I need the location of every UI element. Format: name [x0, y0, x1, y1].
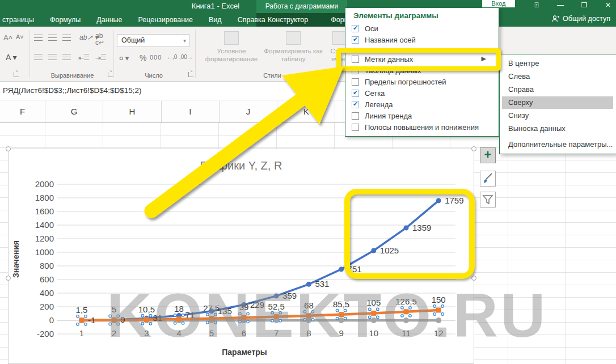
chart-styles-button[interactable]: [480, 171, 496, 187]
y-axis-tick-label: 1600: [19, 206, 54, 216]
accounting-format-icon[interactable]: ¤ ▾: [119, 54, 129, 62]
ribbon-tab-Вид[interactable]: Вид: [201, 16, 230, 24]
ribbon-tab-Конструктор[interactable]: Конструктор: [256, 16, 319, 24]
ribbon-tab-row: страницыФормулыДанныеРецензированиеВидСп…: [0, 13, 616, 27]
menu-item-label: Полосы повышения и понижения: [365, 123, 479, 132]
format-as-table-icon: [286, 31, 301, 45]
align-top-icon[interactable]: [34, 35, 43, 43]
ribbon-tab-страницы[interactable]: страницы: [0, 16, 42, 24]
watermark: KONEKTO.RU: [107, 279, 547, 351]
data-label[interactable]: -1: [88, 315, 95, 325]
ribbon-tab-Формулы[interactable]: Формулы: [42, 16, 88, 24]
align-left-icon[interactable]: [34, 54, 43, 62]
chart-elements-item[interactable]: Полосы повышения и понижения: [345, 121, 499, 133]
y-axis-tick-label: 600: [19, 274, 54, 284]
column-header-J[interactable]: J: [220, 101, 277, 122]
shrink-font-icon[interactable]: A˅: [16, 33, 24, 40]
chart-resize-handle[interactable]: [6, 146, 11, 151]
align-center-icon[interactable]: [48, 54, 57, 62]
chart-elements-button[interactable]: +: [480, 147, 496, 163]
font-group-dialog-launcher[interactable]: [14, 72, 19, 77]
checkbox-unchecked-icon[interactable]: [352, 124, 359, 131]
menu-item-label: Названия осей: [365, 36, 416, 44]
menu-item-label: Пределы погрешностей: [365, 78, 446, 86]
checkbox-checked-icon[interactable]: [352, 101, 359, 108]
number-group-label: Число: [117, 72, 191, 79]
comma-style-icon[interactable]: 000: [150, 54, 162, 61]
submenu-item[interactable]: Снизу: [502, 109, 613, 122]
data-labels-submenu: В центреСлеваСправаСверхуСнизуВыноска да…: [499, 54, 616, 154]
menu-item-label: Сетка: [365, 89, 385, 98]
increase-decimal-icon[interactable]: ←,0: [167, 54, 177, 60]
chart-elements-item[interactable]: Оси: [345, 23, 499, 34]
alignment-group-label: Выравнивание: [31, 72, 113, 79]
decrease-decimal-icon[interactable]: ,00→: [179, 54, 193, 60]
column-header-I[interactable]: I: [162, 101, 220, 122]
share-button[interactable]: Общий доступ: [551, 15, 610, 23]
styles-group-label: Стили: [227, 72, 318, 79]
chart-elements-item[interactable]: Линия тренда: [345, 110, 499, 121]
minimize-icon[interactable]: —: [556, 1, 565, 9]
x-axis-tick-label: 1: [70, 328, 93, 338]
align-bottom-icon[interactable]: [62, 35, 71, 43]
chart-elements-item[interactable]: Сетка: [345, 87, 499, 99]
restore-icon[interactable]: ❐: [580, 1, 589, 9]
y-axis-tick-label: 400: [19, 288, 54, 298]
submenu-item[interactable]: Выноска данных: [502, 122, 613, 135]
menu-item-label: Легенда: [365, 100, 393, 109]
submenu-item[interactable]: Дополнительные параметры...: [502, 138, 613, 151]
submenu-item[interactable]: Справа: [502, 83, 613, 96]
sign-in-button[interactable]: Вход: [482, 0, 515, 7]
checkbox-checked-icon[interactable]: [352, 25, 359, 32]
y-axis-tick-label: 200: [19, 302, 54, 311]
chart-elements-menu: Элементы диаграммы ОсиНазвания осейМетки…: [345, 7, 499, 137]
column-header-H[interactable]: H: [103, 101, 161, 122]
plus-icon: +: [480, 147, 495, 162]
data-label[interactable]: 1,5: [65, 305, 99, 315]
submenu-item[interactable]: В центре: [502, 57, 613, 70]
highlight-box-data-labels: [344, 189, 475, 279]
decrease-indent-icon[interactable]: ⇤: [78, 54, 89, 62]
menu-item-label: Оси: [365, 24, 378, 33]
chart-resize-handle[interactable]: [239, 146, 244, 151]
submenu-item[interactable]: Слева: [502, 70, 613, 83]
align-middle-icon[interactable]: [48, 35, 57, 43]
chart-elements-item[interactable]: Легенда: [345, 99, 499, 110]
y-axis-tick-label: 1400: [19, 220, 54, 230]
conditional-formatting-icon: [224, 31, 239, 45]
funnel-icon: [480, 192, 495, 207]
checkbox-unchecked-icon[interactable]: [352, 112, 359, 120]
close-icon[interactable]: ✕: [604, 1, 613, 9]
ribbon-display-options-icon[interactable]: ⍐: [532, 1, 541, 9]
formula-text: РЯД(Лист6!$D$3;;Лист6!$D$4:$D$15;2): [3, 86, 142, 95]
checkbox-unchecked-icon[interactable]: [352, 78, 359, 86]
number-format-dropdown[interactable]: Общий: [117, 34, 189, 47]
person-plus-icon: [551, 15, 559, 23]
alignment-dialog-launcher[interactable]: [108, 72, 113, 77]
column-header-F[interactable]: F: [0, 101, 45, 122]
column-header-G[interactable]: G: [45, 101, 103, 122]
highlight-box-menu-item: [336, 48, 501, 71]
chart-resize-handle[interactable]: [6, 276, 11, 281]
conditional-formatting-button[interactable]: Условное форматирование: [200, 31, 263, 64]
percent-style-icon[interactable]: %: [140, 53, 146, 62]
increase-indent-icon[interactable]: ⇥: [95, 54, 106, 62]
ribbon-tab-Рецензирование[interactable]: Рецензирование: [130, 16, 201, 24]
column-header-K[interactable]: K: [277, 101, 335, 122]
checkbox-checked-icon[interactable]: [352, 36, 359, 44]
chart-resize-handle[interactable]: [471, 146, 476, 151]
ribbon-tab-Данные[interactable]: Данные: [88, 16, 130, 24]
wrap-text-icon[interactable]: abc↵: [95, 32, 104, 46]
chart-elements-item[interactable]: Названия осей: [345, 34, 499, 45]
submenu-item[interactable]: Сверху: [502, 96, 613, 109]
align-right-icon[interactable]: [62, 54, 71, 62]
format-as-table-button[interactable]: Форматировать как таблицу: [262, 31, 324, 64]
brush-icon: [480, 171, 495, 186]
grow-font-icon[interactable]: A˄: [3, 33, 12, 42]
chart-elements-item[interactable]: Пределы погрешностей: [345, 76, 499, 87]
number-dialog-launcher[interactable]: [188, 72, 193, 77]
chart-filters-button[interactable]: [480, 192, 496, 208]
menu-item-label: Линия тренда: [365, 112, 412, 120]
font-color-icon[interactable]: A ▾: [6, 53, 16, 62]
checkbox-checked-icon[interactable]: [352, 90, 359, 97]
